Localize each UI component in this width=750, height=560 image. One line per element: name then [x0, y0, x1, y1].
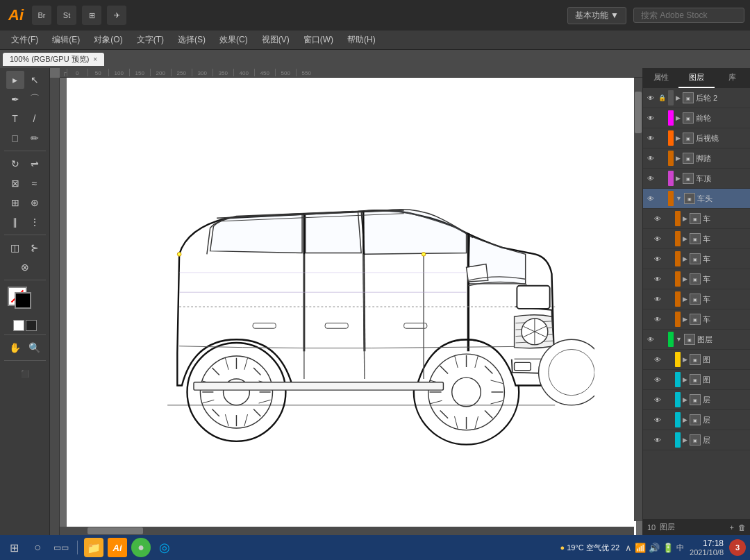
- curvature-tool[interactable]: ⌒: [26, 90, 44, 108]
- delete-layer-button[interactable]: 🗑: [738, 523, 746, 532]
- layer-expand-arrow[interactable]: ▼: [676, 195, 682, 202]
- wechat-taskbar-button[interactable]: ●: [131, 538, 151, 557]
- layer-item[interactable]: 👁 ▶ ▣ 车: [643, 289, 750, 309]
- menu-effect[interactable]: 效果(C): [214, 33, 253, 47]
- eyedropper-tool[interactable]: ⊱: [26, 239, 44, 257]
- layer-visibility-toggle[interactable]: 👁: [653, 314, 662, 324]
- task-view-button[interactable]: ▭▭: [51, 538, 71, 557]
- layer-item[interactable]: 👁 ▶ ▣ 前轮: [643, 108, 750, 128]
- layer-expand-arrow[interactable]: ▶: [683, 396, 688, 403]
- artboard-tool[interactable]: ⬛: [16, 364, 34, 382]
- symbol-tool[interactable]: ⊛: [26, 194, 44, 212]
- layer-lock-toggle[interactable]: [658, 134, 666, 142]
- rotate-tool[interactable]: ↻: [6, 155, 24, 173]
- stroke-color-box[interactable]: [26, 320, 37, 331]
- system-clock[interactable]: 17:18 2021/10/8: [690, 538, 724, 557]
- layer-expand-arrow[interactable]: ▶: [676, 155, 681, 162]
- layer-item[interactable]: 👁 ▶ ▣ 层: [643, 390, 750, 410]
- layer-visibility-toggle[interactable]: 👁: [646, 153, 656, 163]
- menu-window[interactable]: 窗口(W): [298, 33, 339, 47]
- layer-item[interactable]: 👁 ▶ ▣ 后视镜: [643, 128, 750, 149]
- layer-lock-toggle[interactable]: [658, 335, 666, 343]
- workspace-switcher[interactable]: 基本功能 ▼: [567, 7, 626, 24]
- layer-expand-arrow[interactable]: ▶: [683, 215, 688, 222]
- file-explorer-button[interactable]: 📁: [84, 538, 103, 557]
- layer-visibility-toggle[interactable]: 👁: [653, 435, 662, 445]
- layer-visibility-toggle[interactable]: 👁: [653, 375, 662, 384]
- tab-library[interactable]: 库: [715, 68, 750, 88]
- layer-lock-toggle[interactable]: [665, 235, 673, 243]
- layer-expand-arrow[interactable]: ▶: [676, 94, 681, 101]
- vertical-scrollbar[interactable]: [634, 78, 642, 521]
- layer-expand-arrow[interactable]: ▶: [683, 296, 688, 303]
- adobe-stock-search[interactable]: [633, 8, 744, 23]
- layer-item[interactable]: 👁 ▶ ▣ 图: [643, 350, 750, 370]
- layer-lock-toggle[interactable]: [665, 416, 673, 424]
- canvas-area[interactable]: ┌ 0 50 100 150 200 250 300 350 400 450 5…: [50, 68, 642, 535]
- layer-item[interactable]: 👁 ▶ ▣ 层: [643, 430, 750, 450]
- layer-expand-arrow[interactable]: ▶: [683, 316, 688, 323]
- chevron-tray-icon[interactable]: ∧: [625, 543, 632, 553]
- layer-item[interactable]: 👁 ▶ ▣ 车顶: [643, 169, 750, 189]
- menu-object[interactable]: 对象(O): [88, 33, 128, 47]
- rect-tool[interactable]: □: [6, 129, 24, 147]
- layer-visibility-toggle[interactable]: 👁: [653, 214, 662, 223]
- network-icon[interactable]: 📶: [635, 543, 646, 553]
- free-transform-tool[interactable]: ⊞: [6, 194, 24, 212]
- layer-visibility-toggle[interactable]: 👁: [653, 355, 662, 364]
- vertical-scrollbar-thumb[interactable]: [635, 92, 642, 133]
- layer-expand-arrow[interactable]: ▶: [683, 356, 688, 363]
- menu-text[interactable]: 文字(T): [131, 33, 169, 47]
- layer-expand-arrow[interactable]: ▶: [683, 275, 688, 282]
- graph-tool[interactable]: ∥: [6, 213, 24, 231]
- input-method-icon[interactable]: 中: [676, 543, 684, 553]
- layer-expand-arrow[interactable]: ▶: [683, 235, 688, 242]
- direct-select-tool[interactable]: ↖: [26, 71, 44, 89]
- fill-color-box[interactable]: [13, 320, 24, 331]
- document-tab[interactable]: 100% (RGB/GPU 预览) ×: [3, 53, 104, 66]
- notification-badge[interactable]: 3: [729, 539, 746, 556]
- layer-lock-toggle[interactable]: [665, 275, 673, 283]
- layer-item[interactable]: 👁 ▶ ▣ 车: [643, 269, 750, 289]
- layer-item[interactable]: 👁 ▶ ▣ 层: [643, 410, 750, 430]
- volume-icon[interactable]: 🔊: [649, 543, 660, 553]
- layer-lock-toggle[interactable]: [665, 214, 673, 223]
- search-taskbar-button[interactable]: ○: [28, 538, 47, 557]
- horizontal-scrollbar-thumb[interactable]: [88, 527, 143, 534]
- tab-properties[interactable]: 属性: [643, 68, 678, 88]
- layer-lock-toggle[interactable]: [658, 194, 666, 203]
- layer-visibility-toggle[interactable]: 👁: [646, 133, 656, 143]
- type-tool[interactable]: T: [6, 110, 24, 128]
- layer-item[interactable]: 👁 ▶ ▣ 脚踏: [643, 149, 750, 169]
- line-tool[interactable]: /: [26, 110, 44, 128]
- grid-icon[interactable]: ⊞: [82, 6, 101, 25]
- layer-item[interactable]: 👁 ▶ ▣ 车: [643, 309, 750, 330]
- illustrator-taskbar-button[interactable]: Ai: [108, 538, 127, 557]
- layer-visibility-toggle[interactable]: 👁: [646, 173, 656, 183]
- pen-tool[interactable]: ✒: [6, 90, 24, 108]
- layer-visibility-toggle[interactable]: 👁: [653, 294, 662, 304]
- layer-expand-arrow[interactable]: ▶: [683, 416, 688, 423]
- layer-visibility-toggle[interactable]: 👁: [653, 395, 662, 405]
- layer-visibility-toggle[interactable]: 👁: [646, 194, 656, 203]
- tab-layers[interactable]: 图层: [678, 68, 714, 88]
- menu-view[interactable]: 视图(V): [256, 33, 295, 47]
- horizontal-scrollbar[interactable]: [60, 527, 634, 535]
- menu-select[interactable]: 选择(S): [172, 33, 211, 47]
- tab-close-button[interactable]: ×: [93, 56, 97, 63]
- add-layer-button[interactable]: +: [730, 523, 734, 532]
- layer-lock-toggle[interactable]: [665, 255, 673, 263]
- layer-expand-arrow[interactable]: ▶: [683, 255, 688, 262]
- layer-lock-toggle[interactable]: [665, 436, 673, 444]
- br-icon[interactable]: Br: [32, 6, 51, 25]
- menu-edit[interactable]: 编辑(E): [47, 33, 85, 47]
- hand-tool[interactable]: ✋: [6, 339, 24, 357]
- layer-item[interactable]: 👁 ▶ ▣ 车: [643, 209, 750, 229]
- layer-expand-arrow[interactable]: ▶: [683, 436, 688, 443]
- layer-expand-arrow[interactable]: ▼: [676, 336, 682, 343]
- layer-lock-toggle[interactable]: [665, 355, 673, 364]
- scale-tool[interactable]: ⊠: [6, 174, 24, 192]
- layer-lock-toggle[interactable]: [658, 114, 666, 122]
- send-icon[interactable]: ✈: [107, 6, 126, 25]
- layer-item[interactable]: 👁 ▼ ▣ 车头: [643, 189, 750, 209]
